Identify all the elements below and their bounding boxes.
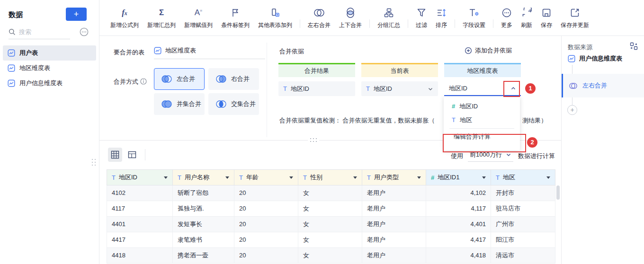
info-icon[interactable] <box>140 78 147 85</box>
duplicate-detection-text-suffix: 测结果） <box>522 116 547 125</box>
condition-tag-column-button[interactable]: 条件标签列 <box>217 7 254 29</box>
search-input[interactable] <box>19 28 62 35</box>
union-join-icon <box>161 100 173 108</box>
chevron-up-icon[interactable] <box>510 86 516 91</box>
column-dropdown-icon[interactable] <box>353 176 357 179</box>
add-formula-column-button[interactable]: fx 新增公式列 <box>106 7 143 29</box>
table-cell: 20 <box>234 248 298 264</box>
sidebar-item-label: 用户信息维度表 <box>19 79 63 88</box>
table-cell: 20 <box>234 217 298 232</box>
column-add-icon <box>270 7 280 19</box>
toolbar-separator <box>145 149 145 160</box>
right-join-icon <box>215 75 227 83</box>
right-join-button[interactable]: 右合并 <box>208 68 259 90</box>
add-assign-column-button[interactable]: A= 新增赋值列 <box>180 7 217 29</box>
add-merge-basis-link[interactable]: 添加合并依据 <box>465 46 512 55</box>
venn-horizontal-icon <box>569 82 578 89</box>
table-cell: 孤独与酒. <box>173 201 234 217</box>
data-preview: 使用 前1000万行 数据进行计算 T地区ID T用户名称 T年龄 T性别 T用… <box>99 141 561 264</box>
table-row: 4401 发短事长 20 女 老用户 4,401 广州市 <box>107 217 555 232</box>
sidebar-item-region-dim-table[interactable]: 地区维度表 <box>3 61 96 76</box>
edit-toolbar: fx 新增公式列 Σ 新增汇总列 A= 新增赋值列 条件标签列 其他表添加列 左… <box>99 0 644 36</box>
save-button[interactable]: 保存 <box>537 7 556 29</box>
table-cell: 清远市 <box>491 248 555 264</box>
sort-button[interactable]: 排序 <box>431 7 451 29</box>
table-cell: 老用户 <box>362 185 426 201</box>
filter-button[interactable]: 过滤 <box>411 7 431 29</box>
table-row: 4418 携老酒一壶 20 女 老用户 4,418 清远市 <box>107 248 555 264</box>
table-header-row: T地区ID T用户名称 T年龄 T性别 T用户类型 #地区ID1 T地区 <box>107 169 555 185</box>
join-top-bottom-button[interactable]: 上下合并 <box>335 7 366 29</box>
table-list: 用户表 地区维度表 用户信息维度表 <box>0 45 99 91</box>
group-summary-icon <box>384 7 394 19</box>
sidebar-item-user-info-dim-table[interactable]: 用户信息维度表 <box>3 76 96 91</box>
save-icon <box>541 7 552 19</box>
add-summary-column-button[interactable]: Σ 新增汇总列 <box>143 7 180 29</box>
refresh-button[interactable]: 刷新 <box>517 7 537 29</box>
filter-icon <box>416 7 427 19</box>
column-header[interactable]: T地区ID <box>107 169 173 185</box>
switch-layout-icon[interactable] <box>630 42 638 50</box>
left-join-button[interactable]: 左合并 <box>154 68 205 90</box>
more-button[interactable]: 更多 <box>497 7 517 29</box>
intersect-join-button[interactable]: 交集合并 <box>208 93 259 115</box>
column-dropdown-icon[interactable] <box>417 176 421 179</box>
search-more-icon[interactable] <box>80 27 89 36</box>
data-sidebar: 数据 + 用户表 地区维度表 用户信息维度表 <box>0 0 99 264</box>
text-type-icon: T <box>112 175 116 181</box>
group-summary-button[interactable]: 分组汇总 <box>373 7 404 29</box>
join-step-node-selected[interactable]: 左右合并 <box>562 74 644 97</box>
sigma-icon: Σ <box>159 7 164 19</box>
table-cell: 4,418 <box>426 248 491 264</box>
grid-view-button[interactable] <box>108 148 122 162</box>
sidebar-item-user-table[interactable]: 用户表 <box>3 45 96 61</box>
panel-resize-handle[interactable] <box>308 137 319 143</box>
table-cell: 阳江市 <box>491 232 555 248</box>
column-header[interactable]: #地区ID1 <box>426 169 491 185</box>
column-header[interactable]: T用户名称 <box>173 169 234 185</box>
search-box[interactable] <box>9 28 70 39</box>
merge-method-label: 合并方式 <box>114 78 147 86</box>
save-update-icon <box>570 7 580 19</box>
column-dropdown-icon[interactable] <box>225 176 229 179</box>
column-dropdown-icon[interactable] <box>546 176 550 179</box>
merge-table-name: 地区维度表 <box>165 46 196 55</box>
merge-table-chip[interactable]: 地区维度表 <box>154 46 265 59</box>
column-dropdown-icon[interactable] <box>482 176 486 179</box>
edit-merge-calculation-item[interactable]: 编辑合并计算 <box>444 129 520 144</box>
field-settings-button[interactable]: 字段设置 <box>458 7 490 29</box>
merge-basis-title: 合并依据 <box>279 47 304 56</box>
basis-field-result[interactable]: T 地区ID <box>278 81 355 96</box>
source-table-node[interactable]: 用户信息维度表 <box>568 54 622 63</box>
basis-field-dimension-open[interactable]: 地区ID <box>444 81 521 96</box>
add-table-button[interactable]: + <box>66 8 87 21</box>
column-header[interactable]: T年龄 <box>234 169 298 185</box>
save-and-update-button[interactable]: 保存并更新 <box>556 7 593 29</box>
column-dropdown-icon[interactable] <box>289 176 293 179</box>
view-toggle <box>108 148 145 162</box>
dropdown-option-region[interactable]: T 地区 <box>444 113 520 127</box>
vertical-scrollbar[interactable] <box>556 185 560 200</box>
table-cell: 发短事长 <box>173 217 234 232</box>
table-icon <box>8 64 15 72</box>
join-left-right-button[interactable]: 左右合并 <box>304 7 335 29</box>
rows-limit-select[interactable]: 前1000万行 <box>468 150 513 162</box>
add-step-button[interactable]: + <box>567 105 577 115</box>
basis-field-current[interactable]: T 地区ID <box>361 81 438 96</box>
text-type-icon: T <box>239 175 243 181</box>
dropdown-option-region-id[interactable]: # 地区ID <box>444 99 520 113</box>
annotation-badge-1: 1 <box>525 83 536 94</box>
add-column-from-table-button[interactable]: 其他表添加列 <box>254 7 296 29</box>
left-join-icon <box>161 75 173 83</box>
preview-table: T地区ID T用户名称 T年龄 T性别 T用户类型 #地区ID1 T地区 410… <box>107 169 555 264</box>
layout-view-button[interactable] <box>125 148 139 162</box>
merge-basis: 合并依据 添加合并依据 合并结果 当前表 地区维度表 T 地区ID T 地区ID <box>278 36 561 141</box>
column-header[interactable]: T地区 <box>491 169 555 185</box>
table-cell: 4,102 <box>426 185 491 201</box>
union-join-button[interactable]: 并集合并 <box>154 93 205 115</box>
column-dropdown-icon[interactable] <box>164 176 168 179</box>
column-header[interactable]: T用户类型 <box>362 169 426 185</box>
toolbar-separator <box>408 19 408 28</box>
column-header[interactable]: T性别 <box>298 169 362 185</box>
sidebar-resize-handle[interactable] <box>92 159 96 166</box>
